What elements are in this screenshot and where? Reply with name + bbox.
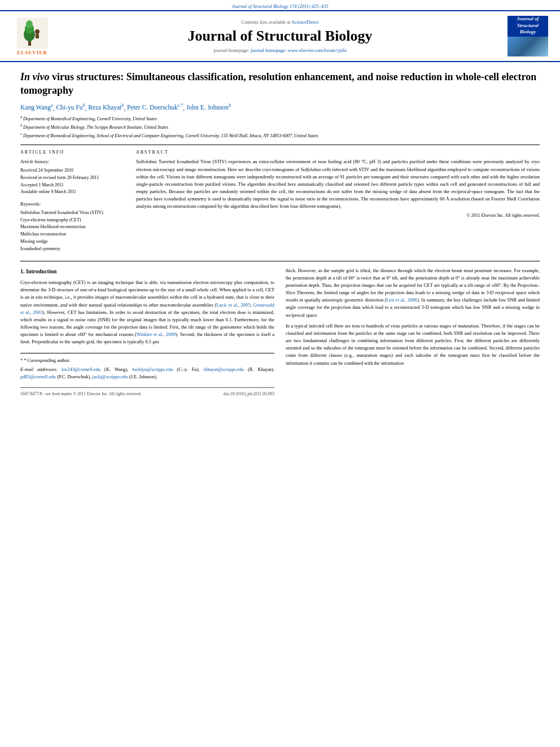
page: Journal of Structural Biology 174 (2011)…: [0, 0, 560, 747]
history-received: Received 24 September 2010: [20, 167, 125, 174]
keyword-ml: Maximum likelihood reconstruction: [20, 224, 125, 231]
svg-rect-7: [34, 34, 38, 36]
elsevier-tree-icon: [17, 18, 48, 49]
article-history: Article history: Received 24 September 2…: [20, 158, 125, 196]
title-rest: virus structures: Simultaneous classific…: [20, 71, 536, 96]
body-divider: [20, 261, 540, 261]
bottom-strip: 1047-8477/$ - see front matter © 2011 El…: [20, 387, 274, 400]
title-italic-part: In vivo: [20, 71, 50, 82]
sciencedirect-link: Contents lists available at ScienceDirec…: [63, 19, 497, 25]
body-para-3: In a typical infected cell there are ten…: [286, 322, 540, 367]
journal-citation-strip: Journal of Structural Biology 174 (2011)…: [0, 0, 560, 10]
svg-point-5: [35, 29, 40, 34]
author-wang: Kang Wanga: [20, 104, 53, 111]
journal-center: Contents lists available at ScienceDirec…: [58, 19, 502, 53]
affiliation-a: a Department of Biomedical Engineering, …: [20, 114, 540, 123]
abstract-copyright: © 2011 Elsevier Inc. All rights reserved…: [136, 213, 540, 218]
homepage-url[interactable]: journal homepage: www.elsevier.com/locat…: [251, 47, 347, 53]
body-right-column: thick. However, as the sample grid is ti…: [286, 267, 540, 400]
journal-logo-image: [508, 37, 548, 56]
email-khayat[interactable]: rkhayat@scripps.edu: [203, 366, 244, 372]
main-content: In vivo virus structures: Simultaneous c…: [0, 62, 560, 408]
ref-winkler[interactable]: Winkler et al., 2009: [137, 331, 176, 337]
history-label: Article history:: [20, 158, 125, 166]
intro-number: 1.: [20, 268, 26, 274]
keyword-icosahedral: Icosahedral symmetry: [20, 246, 125, 253]
journal-homepage: journal homepage: journal homepage: www.…: [63, 47, 497, 53]
author-doerschuk: Peter C. Doerschukc,*: [127, 104, 183, 111]
header-divider: [20, 145, 540, 145]
email-doerschuk[interactable]: pd83@cornell.edu: [20, 374, 56, 379]
body-left-column: 1. Introduction Cryo-electron tomography…: [20, 267, 274, 400]
journal-logo-title: Journal ofStructuralBiology: [517, 16, 539, 36]
email-fu[interactable]: fuchiyu@scripps.edu: [132, 366, 173, 372]
svg-point-4: [26, 20, 33, 28]
keyword-multiclass: Multiclass reconstruction: [20, 231, 125, 238]
doi: doi:10.1016/j.jsb.2011.03.003: [224, 391, 274, 397]
abstract-column: ABSTRACT Sulfolobus Turreted Icosahedral…: [136, 150, 540, 252]
article-info-column: ARTICLE INFO Article history: Received 2…: [20, 150, 125, 252]
journal-title: Journal of Structural Biology: [63, 27, 497, 45]
journal-logo-box: Journal ofStructuralBiology: [508, 16, 548, 56]
affiliations: a Department of Biomedical Engineering, …: [20, 114, 540, 139]
keywords: Keywords: Sulfolobus Turreted Icosahedra…: [20, 200, 125, 252]
authors: Kang Wanga, Chi-yu Fub, Reza Khayatb, Pe…: [20, 103, 540, 111]
keyword-stiv: Sulfolobus Turreted Icosahedral Virus (S…: [20, 209, 125, 217]
affiliation-c: c Department of Biomedical Engineering, …: [20, 131, 540, 139]
history-online: Available online 9 March 2011: [20, 189, 125, 196]
ref-leis[interactable]: Leis et al., 2006: [386, 297, 417, 303]
issn-copyright: 1047-8477/$ - see front matter © 2011 El…: [20, 391, 142, 397]
history-accepted: Accepted 1 March 2011: [20, 182, 125, 189]
ref-lucic[interactable]: Lucic et al., 2005: [216, 302, 250, 308]
body-para-1: Cryo-electron tomography (CET) is an ima…: [20, 279, 274, 346]
info-abstract-columns: ARTICLE INFO Article history: Received 2…: [20, 150, 540, 252]
elsevier-text: ELSEVIER: [17, 50, 47, 55]
article-info-header: ARTICLE INFO: [20, 150, 125, 155]
homepage-prefix: journal homepage:: [213, 47, 251, 53]
author-johnson: John E. Johnsonb: [186, 104, 231, 111]
keyword-cet: Cryo-electron tomography (CET): [20, 217, 125, 224]
abstract-text: Sulfolobus Turreted Icosahedral Virus (S…: [136, 158, 540, 210]
footnote-email: E-mail addresses: kw243@cornell.edu (K. …: [20, 366, 274, 381]
journal-logo-right: Journal ofStructuralBiology: [502, 16, 553, 56]
abstract-header: ABSTRACT: [136, 150, 540, 155]
sciencedirect-name[interactable]: ScienceDirect: [292, 19, 319, 25]
journal-header: ELSEVIER Contents lists available at Sci…: [0, 10, 560, 62]
keywords-label: Keywords:: [20, 200, 125, 208]
author-khayat: Reza Khayatb: [88, 104, 124, 111]
sciencedirect-prefix: Contents lists available at: [242, 19, 292, 25]
elsevier-logo: ELSEVIER: [7, 18, 58, 55]
footnote-area: * * Corresponding author. E-mail address…: [20, 353, 274, 381]
body-para-2: thick. However, as the sample grid is ti…: [286, 267, 540, 319]
email-wang[interactable]: kw243@cornell.edu: [62, 366, 100, 372]
email-johnson[interactable]: jackj@scripps.edu: [93, 374, 128, 379]
intro-title: 1. Introduction: [20, 267, 274, 276]
author-fu: Chi-yu Fub: [56, 104, 85, 111]
history-revised: Received in revised form 20 February 201…: [20, 174, 125, 182]
journal-citation: Journal of Structural Biology 174 (2011)…: [231, 3, 328, 9]
affiliation-b: b Department of Molecular Biology, The S…: [20, 123, 540, 131]
email-label: E-mail addresses:: [20, 366, 58, 372]
keyword-missing-wedge: Missing wedge: [20, 238, 125, 246]
footnote-star: * * Corresponding author.: [20, 357, 274, 364]
article-title: In vivo virus structures: Simultaneous c…: [20, 70, 540, 98]
body-columns: 1. Introduction Cryo-electron tomography…: [20, 267, 540, 400]
intro-label: Introduction: [26, 268, 56, 274]
